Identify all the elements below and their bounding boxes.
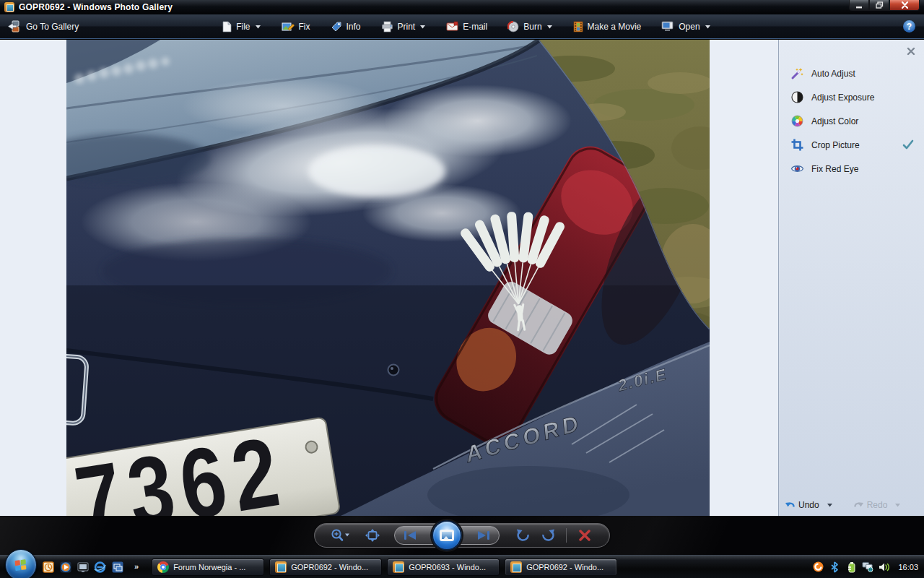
- burn-caret-icon: [546, 25, 553, 29]
- chrome-icon: [157, 561, 169, 573]
- minimize-button[interactable]: [849, 0, 869, 11]
- task-button-label: GOPR0692 - Windo...: [291, 563, 368, 571]
- redo-button[interactable]: Redo: [853, 500, 902, 510]
- open-menu[interactable]: Open: [661, 21, 710, 32]
- open-caret-icon: [705, 25, 711, 29]
- print-caret-icon: [419, 25, 426, 29]
- fix-icon: [282, 21, 295, 33]
- close-button[interactable]: [889, 0, 920, 11]
- quick-launch: »: [42, 561, 139, 573]
- window-controls: [849, 0, 920, 11]
- power-battery-icon[interactable]: [845, 561, 857, 573]
- undo-redo-bar: Undo Redo: [785, 500, 901, 510]
- email-button[interactable]: E-mail: [446, 21, 487, 32]
- internet-explorer-quicklaunch-icon[interactable]: [94, 561, 106, 573]
- adjust-color-icon: [790, 114, 804, 128]
- file-label: File: [236, 22, 250, 32]
- quicklaunch-overflow-chevron[interactable]: »: [134, 561, 139, 571]
- previous-button[interactable]: [402, 525, 418, 546]
- media-player-quicklaunch-icon[interactable]: [59, 561, 71, 573]
- make-a-movie-button[interactable]: Make a Movie: [573, 21, 642, 33]
- tray-agent-icon[interactable]: [812, 561, 824, 573]
- taskbar: » Forum Norwegia - ... GOPR0692 - Windo.…: [0, 555, 924, 578]
- fix-pane: Auto Adjust Adjust Exposure: [778, 40, 924, 516]
- burn-menu[interactable]: Burn: [507, 21, 552, 33]
- photo-canvas: 7362 ACCORD 2.0i.E: [66, 40, 710, 516]
- rotate-clockwise-button[interactable]: [536, 525, 562, 546]
- photo-gallery-icon: [275, 561, 287, 573]
- info-label: Info: [346, 22, 361, 32]
- taskbar-button-gopr0692-1[interactable]: GOPR0692 - Windo...: [269, 558, 382, 576]
- window-switcher-quicklaunch-icon[interactable]: [111, 561, 123, 573]
- redo-caret-icon: [894, 503, 901, 507]
- file-icon: [222, 21, 232, 33]
- adjust-exposure-label: Adjust Exposure: [811, 92, 874, 103]
- print-menu[interactable]: Print: [381, 21, 427, 33]
- email-label: E-mail: [463, 22, 487, 32]
- photo-image: 7362 ACCORD 2.0i.E: [66, 40, 710, 516]
- make-a-movie-icon: [573, 21, 583, 33]
- taskbar-clock[interactable]: 16:03: [898, 563, 918, 571]
- timer-quicklaunch-icon[interactable]: [42, 561, 54, 573]
- fix-tool-crop-picture[interactable]: Crop Picture: [779, 133, 924, 157]
- close-icon: [901, 1, 909, 9]
- fix-tool-adjust-color[interactable]: Adjust Color: [779, 109, 924, 133]
- bluetooth-icon[interactable]: [829, 561, 840, 573]
- minimize-icon: [855, 2, 863, 9]
- network-icon[interactable]: [862, 561, 873, 573]
- help-icon: ?: [903, 20, 915, 33]
- actual-size-button[interactable]: [358, 525, 387, 546]
- task-button-label: Forum Norwegia - ...: [173, 563, 245, 571]
- redo-icon: [853, 500, 864, 510]
- rotate-counterclockwise-icon: [515, 528, 531, 543]
- go-to-gallery-button[interactable]: Go To Gallery: [7, 20, 79, 33]
- toolbar: Go To Gallery File Fix: [0, 14, 924, 39]
- show-desktop-quicklaunch-icon[interactable]: [77, 561, 89, 573]
- crop-picture-label: Crop Picture: [811, 140, 860, 150]
- taskbar-button-gopr0692-2-active[interactable]: GOPR0692 - Windo...: [505, 558, 617, 576]
- bottom-bar: [0, 516, 924, 555]
- fix-tool-adjust-exposure[interactable]: Adjust Exposure: [779, 85, 924, 109]
- screen: GOPR0692 - Windows Photo Gallery: [0, 0, 924, 578]
- rotate-counterclockwise-button[interactable]: [510, 525, 536, 546]
- zoom-button[interactable]: [325, 525, 357, 546]
- undo-button[interactable]: Undo: [785, 500, 833, 510]
- help-button[interactable]: ?: [903, 20, 915, 33]
- info-button[interactable]: Info: [331, 21, 361, 33]
- check-icon: [902, 139, 914, 152]
- start-button[interactable]: [5, 549, 37, 578]
- undo-label: Undo: [798, 500, 819, 510]
- restore-icon: [876, 1, 884, 9]
- taskbar-button-gopr0693[interactable]: GOPR0693 - Windo...: [387, 558, 500, 576]
- slideshow-button[interactable]: [432, 520, 462, 551]
- email-icon: [446, 21, 458, 32]
- title-bar: GOPR0692 - Windows Photo Gallery: [0, 0, 924, 14]
- print-icon: [381, 21, 393, 33]
- redo-label: Redo: [867, 500, 888, 510]
- navigation-group: [394, 526, 500, 545]
- photo-gallery-app-icon: [4, 2, 14, 12]
- system-tray: 16:03: [812, 561, 918, 573]
- photo-gallery-icon: [510, 561, 522, 573]
- burn-icon: [507, 21, 519, 33]
- file-menu[interactable]: File: [222, 21, 261, 33]
- delete-icon: [578, 530, 591, 541]
- fix-red-eye-label: Fix Red Eye: [811, 164, 858, 174]
- fix-tools-list: Auto Adjust Adjust Exposure: [779, 61, 924, 181]
- task-buttons: Forum Norwegia - ... GOPR0692 - Windo...…: [152, 558, 617, 576]
- auto-adjust-icon: [790, 66, 804, 80]
- next-button[interactable]: [476, 525, 492, 546]
- fix-tool-fix-red-eye[interactable]: Fix Red Eye: [779, 157, 924, 181]
- fix-button[interactable]: Fix: [282, 21, 310, 33]
- windows-flag-icon: [15, 558, 27, 571]
- volume-icon[interactable]: [879, 561, 890, 573]
- restore-button[interactable]: [869, 0, 889, 11]
- pane-close-button[interactable]: [905, 46, 917, 57]
- actual-size-icon: [365, 528, 380, 543]
- delete-button[interactable]: [571, 525, 598, 546]
- file-caret-icon: [255, 25, 261, 29]
- fix-tool-auto-adjust[interactable]: Auto Adjust: [779, 61, 924, 85]
- taskbar-button-forum-norwegia[interactable]: Forum Norwegia - ...: [152, 558, 264, 576]
- playback-control-bar: [314, 523, 610, 548]
- control-divider: [566, 528, 567, 543]
